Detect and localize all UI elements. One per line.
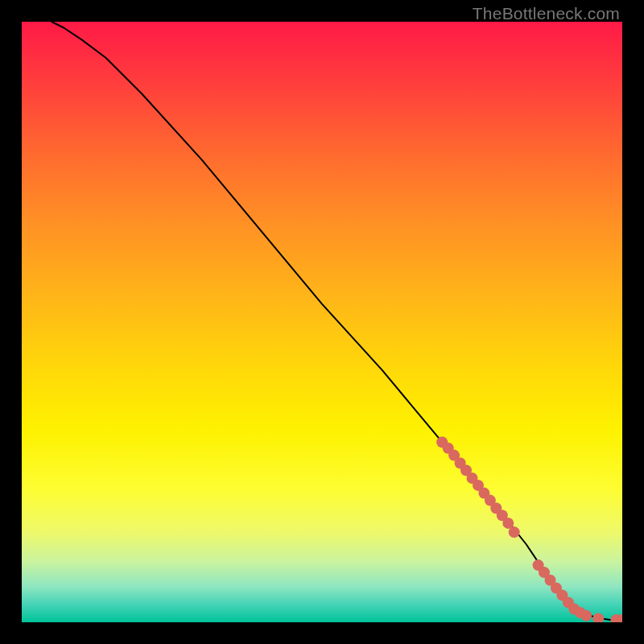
- data-point: [509, 526, 520, 538]
- watermark-text: TheBottleneck.com: [473, 4, 620, 23]
- highlighted-points-layer: [22, 22, 622, 622]
- chart-frame: TheBottleneck.com: [0, 0, 644, 644]
- plot-area: [22, 22, 622, 622]
- data-point: [580, 610, 592, 621]
- data-point: [592, 613, 604, 623]
